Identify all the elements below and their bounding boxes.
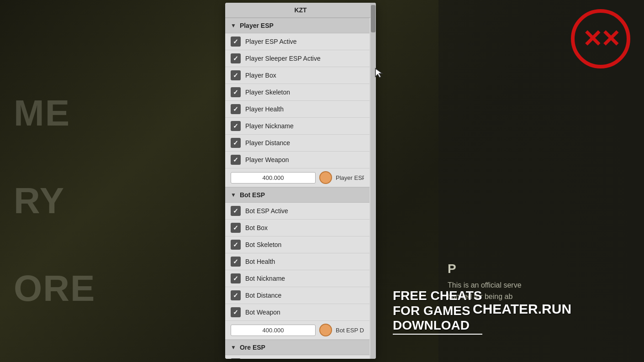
label-bot-esp-active: Bot ESP Active bbox=[245, 207, 288, 215]
bot-esp-distance-toggle[interactable] bbox=[319, 324, 332, 336]
logo-circle: ✕✕ bbox=[571, 9, 630, 68]
label-bot-nickname: Bot Nickname bbox=[245, 275, 285, 282]
bot-esp-distance-label: Bot ESP Dis bbox=[336, 327, 364, 334]
section-label-player-esp: Player ESP bbox=[240, 22, 364, 29]
player-esp-distance-input[interactable] bbox=[231, 172, 316, 184]
label-player-esp-active: Player ESP Active bbox=[245, 38, 297, 45]
section-arrow-bot-esp: ▼ bbox=[231, 192, 236, 198]
item-bot-distance[interactable]: Bot Distance bbox=[225, 287, 370, 304]
label-player-nickname: Player Nickname bbox=[245, 122, 294, 130]
item-ore-esp-active[interactable]: Ore ESP Active bbox=[225, 355, 370, 359]
checkbox-bot-skeleton[interactable] bbox=[231, 240, 241, 250]
item-player-sleeper-esp-active[interactable]: Player Sleeper ESP Active bbox=[225, 50, 370, 67]
watermark: FREE CHEATS FOR GAMES DOWNLOAD CHEATER.R… bbox=[393, 289, 482, 335]
label-player-sleeper-esp-active: Player Sleeper ESP Active bbox=[245, 55, 321, 62]
watermark-line2: FOR GAMES bbox=[393, 304, 482, 318]
checkbox-player-nickname[interactable] bbox=[231, 121, 241, 131]
checkbox-player-health[interactable] bbox=[231, 104, 241, 114]
section-header-bot-esp[interactable]: ▼ Bot ESP bbox=[225, 187, 370, 203]
item-player-skeleton[interactable]: Player Skeleton bbox=[225, 84, 370, 101]
bg-text-left: MERYORE bbox=[14, 91, 95, 310]
section-arrow-ore-esp: ▼ bbox=[231, 344, 236, 351]
label-bot-weapon: Bot Weapon bbox=[245, 309, 280, 316]
label-player-distance: Player Distance bbox=[245, 139, 290, 147]
item-bot-esp-active[interactable]: Bot ESP Active bbox=[225, 203, 370, 220]
item-bot-health[interactable]: Bot Health bbox=[225, 253, 370, 270]
label-player-weapon: Player Weapon bbox=[245, 156, 289, 163]
label-player-skeleton: Player Skeleton bbox=[245, 89, 290, 96]
checkbox-bot-nickname[interactable] bbox=[231, 273, 241, 283]
checkbox-ore-esp-active[interactable] bbox=[231, 358, 241, 359]
label-player-health: Player Health bbox=[245, 105, 284, 113]
slider-row-player-esp: Player ESP D bbox=[225, 168, 370, 187]
label-player-box: Player Box bbox=[245, 72, 276, 79]
slider-row-bot-esp: Bot ESP Dis bbox=[225, 321, 370, 340]
label-bot-health: Bot Health bbox=[245, 258, 275, 265]
panel-content[interactable]: ▼ Player ESP Player ESP Active Player Sl… bbox=[225, 18, 376, 359]
checkbox-player-skeleton[interactable] bbox=[231, 87, 241, 97]
section-arrow-player-esp: ▼ bbox=[231, 22, 236, 29]
checkbox-bot-weapon[interactable] bbox=[231, 307, 241, 317]
checkbox-bot-esp-active[interactable] bbox=[231, 206, 241, 216]
section-label-bot-esp: Bot ESP bbox=[240, 191, 364, 199]
main-panel: KZT ▼ Player ESP Player ESP Active Playe… bbox=[225, 3, 376, 359]
section-header-player-esp[interactable]: ▼ Player ESP bbox=[225, 18, 370, 33]
item-bot-nickname[interactable]: Bot Nickname bbox=[225, 270, 370, 287]
item-player-nickname[interactable]: Player Nickname bbox=[225, 118, 370, 135]
item-bot-box[interactable]: Bot Box bbox=[225, 220, 370, 236]
watermark-site: CHEATER.RUN bbox=[473, 301, 571, 317]
item-bot-skeleton[interactable]: Bot Skeleton bbox=[225, 236, 370, 253]
label-bot-skeleton: Bot Skeleton bbox=[245, 241, 281, 248]
checkbox-player-esp-active[interactable] bbox=[231, 37, 241, 47]
checkbox-player-weapon[interactable] bbox=[231, 155, 241, 165]
checkbox-player-box[interactable] bbox=[231, 70, 241, 80]
section-label-ore-esp: Ore ESP bbox=[240, 344, 364, 351]
checkbox-bot-box[interactable] bbox=[231, 223, 241, 233]
item-player-health[interactable]: Player Health bbox=[225, 101, 370, 118]
watermark-line3: DOWNLOAD bbox=[393, 318, 482, 335]
item-player-esp-active[interactable]: Player ESP Active bbox=[225, 33, 370, 50]
player-label: P bbox=[448, 259, 635, 279]
scrollbar-thumb[interactable] bbox=[371, 5, 375, 32]
panel-title: KZT bbox=[225, 3, 376, 18]
logo-icon: ✕✕ bbox=[582, 27, 619, 51]
player-esp-distance-toggle[interactable] bbox=[319, 171, 332, 184]
scrollbar[interactable] bbox=[370, 3, 376, 359]
label-bot-distance: Bot Distance bbox=[245, 292, 281, 299]
checkbox-player-distance[interactable] bbox=[231, 138, 241, 148]
watermark-line1: FREE CHEATS bbox=[393, 289, 482, 303]
item-player-box[interactable]: Player Box bbox=[225, 67, 370, 84]
checkbox-player-sleeper-esp-active[interactable] bbox=[231, 53, 241, 63]
section-header-ore-esp[interactable]: ▼ Ore ESP bbox=[225, 340, 370, 355]
item-bot-weapon[interactable]: Bot Weapon bbox=[225, 304, 370, 321]
bot-esp-distance-input[interactable] bbox=[231, 325, 316, 336]
item-player-distance[interactable]: Player Distance bbox=[225, 135, 370, 152]
checkbox-bot-health[interactable] bbox=[231, 257, 241, 267]
label-bot-box: Bot Box bbox=[245, 224, 268, 231]
item-player-weapon[interactable]: Player Weapon bbox=[225, 152, 370, 168]
player-esp-distance-label: Player ESP D bbox=[336, 174, 364, 181]
checkbox-bot-distance[interactable] bbox=[231, 290, 241, 300]
